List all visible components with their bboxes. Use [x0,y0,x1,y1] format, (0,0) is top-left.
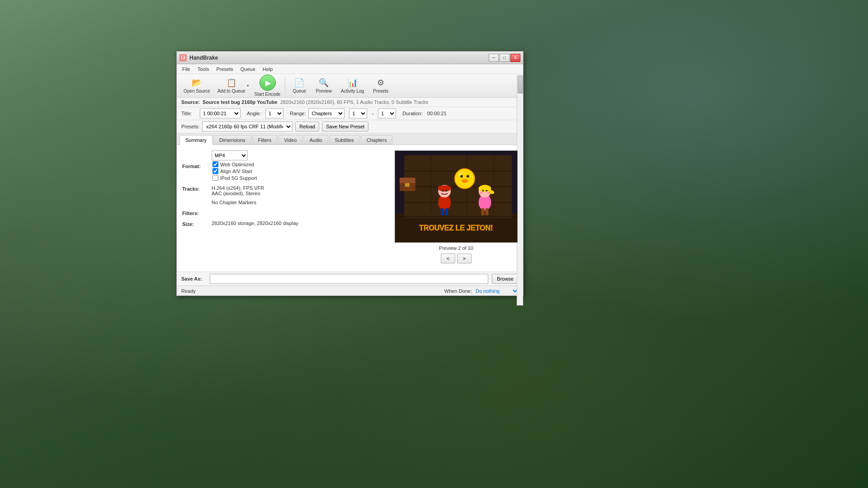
maximize-button[interactable]: □ [500,54,509,62]
svg-rect-10 [400,178,415,183]
window-title: HandBrake [189,55,489,61]
open-source-button[interactable]: 📂 Open Source [179,76,214,96]
tab-video[interactable]: Video [278,135,302,145]
activity-log-button[interactable]: 📊 Activity Log [337,76,368,96]
minimize-button[interactable]: ─ [489,54,499,62]
align-av-checkbox[interactable] [212,168,218,174]
presets-select[interactable]: x264 2160p 60 fps CRF 11 (Modified) [202,122,292,131]
svg-point-24 [480,192,482,194]
tab-summary[interactable]: Summary [179,135,212,145]
range-label: Range: [290,111,306,116]
menu-queue[interactable]: Queue [237,66,259,73]
window-controls: ─ □ ✕ [489,54,520,62]
ipod-support-option[interactable]: iPod 5G Support [212,175,257,181]
svg-rect-31 [438,186,451,188]
reload-preset-button[interactable]: Reload [295,122,319,131]
open-source-label: Open Source [184,89,210,94]
range-type-select[interactable]: Chapters [308,108,344,118]
title-select[interactable]: 1 00:00:21 [200,108,241,118]
queue-label: Queue [292,89,306,94]
when-done-label: When Done: [444,288,472,294]
handbrake-window: 🎞 HandBrake ─ □ ✕ File Tools Presets Que… [176,51,524,296]
web-optimized-option[interactable]: Web Optimized [212,161,257,167]
status-text: Ready [181,288,196,294]
tab-audio[interactable]: Audio [303,135,328,145]
title-bar: 🎞 HandBrake ─ □ ✕ [177,52,523,64]
size-label: Size: [182,221,212,227]
svg-point-25 [487,192,490,194]
add-to-queue-label: Add to Queue [217,89,245,94]
svg-rect-36 [395,216,517,217]
svg-point-33 [445,190,447,192]
size-row: Size: 2820x2160 storage, 2820x2160 displ… [182,221,389,227]
queue-icon: 📄 [294,78,304,88]
scrollbar-track[interactable] [517,75,523,305]
preview-navigation: < > [441,253,472,263]
presets-toolbar-label: Presets [373,89,388,94]
format-select[interactable]: MP4 [212,150,248,160]
close-button[interactable]: ✕ [510,54,520,62]
start-encode-label: Start Encode [255,92,281,97]
save-label: Save As: [181,276,206,282]
menu-tools[interactable]: Tools [194,66,213,73]
activity-log-label: Activity Log [341,89,364,94]
web-optimized-label: Web Optimized [220,162,254,167]
menu-presets[interactable]: Presets [212,66,236,73]
ipod-support-label: iPod 5G Support [220,175,257,181]
toolbar-separator-1 [285,78,285,94]
main-content: Format: MP4 Web Optimized Align A/V Star… [177,145,523,272]
start-encode-button[interactable]: ▶ Start Encode [253,75,283,97]
svg-rect-34 [441,208,444,216]
presets-icon: ⚙ [377,78,384,88]
tab-dimensions[interactable]: Dimensions [213,135,251,145]
duration-label: Duration: [402,111,423,116]
preview-counter: Preview 2 of 10 [439,245,473,251]
svg-point-15 [467,175,469,178]
preview-button[interactable]: 🔍 Preview [311,76,336,96]
align-av-option[interactable]: Align A/V Start [212,168,257,174]
left-panel: Format: MP4 Web Optimized Align A/V Star… [182,150,389,266]
menu-help[interactable]: Help [259,66,277,73]
svg-point-23 [486,190,488,192]
web-optimized-checkbox[interactable] [212,161,218,167]
menu-bar: File Tools Presets Queue Help [177,64,523,74]
preview-icon: 🔍 [319,78,329,88]
add-queue-dropdown-arrow[interactable]: ▼ [246,84,250,87]
scrollbar-thumb[interactable] [518,75,523,94]
menu-file[interactable]: File [179,66,194,73]
add-to-queue-button[interactable]: 📋 Add to Queue ▼ [215,76,252,96]
tab-strip: Summary Dimensions Filters Video Audio S… [177,133,523,145]
save-new-preset-button[interactable]: Save New Preset [322,122,368,131]
svg-point-22 [482,190,484,192]
preview-prev-button[interactable]: < [441,253,455,263]
tracks-label: Tracks: [182,185,212,192]
browse-button[interactable]: Browse [492,274,519,284]
save-path-input[interactable] [210,274,488,284]
preview-next-button[interactable]: > [457,253,472,263]
tab-chapters[interactable]: Chapters [361,135,393,145]
filters-row: Filters: [182,210,389,216]
presets-button[interactable]: ⚙ Presets [369,76,392,96]
tracks-values: H.264 (x264), FPS VFR AAC (avoded), Ster… [212,185,264,205]
angle-select[interactable]: 1 [265,108,283,118]
format-row: Format: MP4 Web Optimized Align A/V Star… [182,150,389,181]
source-bar: Source: Source test bug 2160p YouTube 28… [177,98,523,107]
tab-subtitles[interactable]: Subtitles [329,135,360,145]
when-done-select[interactable]: Do nothing Shutdown Sleep Quit HandBrake [474,288,519,294]
source-filename: Source test bug 2160p YouTube [203,99,278,105]
tracks-video: H.264 (x264), FPS VFR [212,185,264,191]
filters-label: Filters: [182,210,212,216]
preview-label: Preview [316,89,332,94]
tab-filters[interactable]: Filters [252,135,278,145]
source-info: 2820x2160 (2820x2160), 60 FPS, 1 Audio T… [280,99,429,105]
range-start-select[interactable]: 1 [349,108,367,118]
queue-button[interactable]: 📄 Queue [288,76,311,96]
size-value: 2820x2160 storage, 2820x2160 display [212,221,298,226]
add-queue-icon: 📋 [226,78,236,88]
preview-panel: TROUVEZ LE JETON! TROUVEZ LE JETON! Prev… [395,150,518,266]
preview-svg: TROUVEZ LE JETON! TROUVEZ LE JETON! [395,150,517,243]
range-end-select[interactable]: 1 [378,108,396,118]
start-encode-icon: ▶ [259,75,276,91]
title-label: Title: [181,111,197,116]
ipod-support-checkbox[interactable] [212,175,218,181]
